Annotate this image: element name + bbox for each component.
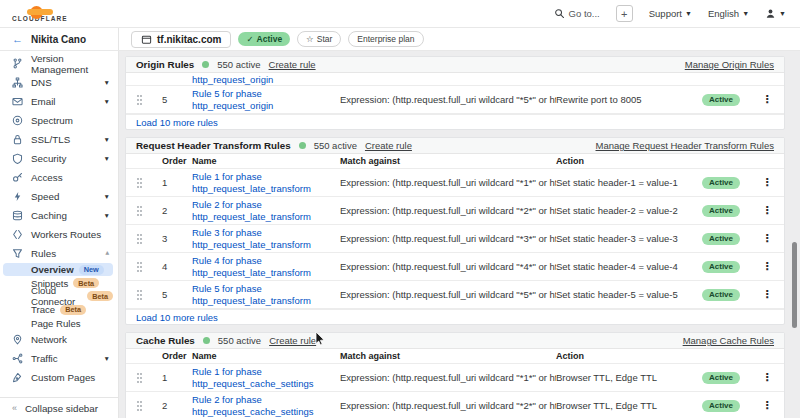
sidebar-item-speed[interactable]: Speed▼ <box>0 187 118 206</box>
section-title: Request Header Transform Rules <box>136 140 291 151</box>
rule-name-link[interactable]: Rule 1 for phasehttp_request_cache_setti… <box>192 366 340 389</box>
drag-handle-icon[interactable] <box>136 289 144 301</box>
sidebar-subitem-overview[interactable]: OverviewNew <box>3 263 113 276</box>
sidebar-item-network[interactable]: Network <box>0 330 118 349</box>
git-branch-icon <box>12 58 23 69</box>
global-search[interactable]: Go to... <box>554 8 600 19</box>
domain-icon <box>141 34 152 45</box>
rule-name-link[interactable]: Rule 4 for phasehttp_request_late_transf… <box>192 255 340 278</box>
chevron-down-icon: ▼ <box>104 136 110 143</box>
domain-selector[interactable]: tf.nikitac.com <box>131 31 231 48</box>
rule-action: Set static header-4 = value-4 <box>556 261 702 272</box>
rule-expression: Expression: (http.request.full_uri wildc… <box>340 400 556 411</box>
sidebar-subitem-cloud-connector[interactable]: Cloud ConnectorBeta <box>3 290 113 303</box>
kebab-menu-icon[interactable]: ⋮ <box>758 176 776 189</box>
chevron-down-icon: ▼ <box>779 10 786 17</box>
kebab-menu-icon[interactable]: ⋮ <box>758 204 776 217</box>
rule-order: 2 <box>162 205 192 216</box>
chevron-up-icon: ▼ <box>104 250 110 257</box>
section-header: Cache Rules550 activeCreate ruleManage C… <box>126 333 784 349</box>
kebab-menu-icon[interactable]: ⋮ <box>758 371 776 384</box>
section-title: Origin Rules <box>136 59 194 70</box>
sidebar-item-rules[interactable]: Rules▼ <box>0 244 118 263</box>
sidebar-item-caching[interactable]: Caching▼ <box>0 206 118 225</box>
manage-rules-link[interactable]: Manage Request Header Transform Rules <box>596 140 774 151</box>
rule-name-link[interactable]: Rule 3 for phasehttp_request_late_transf… <box>192 227 340 250</box>
rule-expression: Expression: (http.request.full_uri wildc… <box>340 94 556 105</box>
rule-status-badge: Active <box>702 233 740 245</box>
sidebar-item-traffic[interactable]: Traffic▼ <box>0 349 118 368</box>
drag-handle-icon[interactable] <box>136 177 144 189</box>
rule-expression: Expression: (http.request.full_uri wildc… <box>340 289 556 300</box>
sidebar-item-ssl-tls[interactable]: SSL/TLS▼ <box>0 130 118 149</box>
kebab-menu-icon[interactable]: ⋮ <box>758 288 776 301</box>
kebab-menu-icon[interactable]: ⋮ <box>758 232 776 245</box>
cloudflare-logo[interactable]: CLOUDFLARE <box>12 6 68 23</box>
shield-icon <box>12 153 23 164</box>
support-menu[interactable]: Support ▼ <box>649 8 692 19</box>
load-more-link[interactable]: Load 10 more rules <box>136 312 218 323</box>
star-button[interactable]: ☆ Star <box>297 31 341 47</box>
rule-name-link[interactable]: Rule 5 for phasehttp_request_late_transf… <box>192 283 340 306</box>
table-row: 4Rule 4 for phasehttp_request_late_trans… <box>126 253 784 281</box>
chevron-down-icon: ▼ <box>104 155 110 162</box>
create-rule-link[interactable]: Create rule <box>269 335 316 346</box>
main-content: Origin Rules550 activeCreate ruleManage … <box>119 51 800 418</box>
kebab-menu-icon[interactable]: ⋮ <box>758 399 776 412</box>
table-column-headers: OrderNameMatch againstAction <box>126 349 784 364</box>
active-dot-icon <box>202 61 209 68</box>
sidebar-item-custom-pages[interactable]: Custom Pages <box>0 368 118 387</box>
section-cache-rules: Cache Rules550 activeCreate ruleManage C… <box>125 332 785 418</box>
rule-status-badge: Active <box>702 261 740 273</box>
collapse-sidebar-button[interactable]: « Collapse sidebar <box>0 397 118 418</box>
beta-badge: Beta <box>60 305 86 315</box>
account-name: Nikita Cano <box>31 34 86 45</box>
table-row: 2Rule 2 for phasehttp_request_cache_sett… <box>126 392 784 418</box>
sidebar-item-email[interactable]: Email▼ <box>0 92 118 111</box>
sidebar-item-security[interactable]: Security▼ <box>0 149 118 168</box>
create-rule-link[interactable]: Create rule <box>269 59 316 70</box>
manage-rules-link[interactable]: Manage Origin Rules <box>685 59 774 70</box>
create-rule-link[interactable]: Create rule <box>365 140 412 151</box>
top-nav: CLOUDFLARE Go to... + Support ▼ English … <box>0 0 800 28</box>
scrollbar-thumb[interactable] <box>792 242 797 328</box>
table-column-headers: OrderNameMatch againstAction <box>126 154 784 169</box>
sidebar-item-version-management[interactable]: Version Management <box>0 54 118 73</box>
active-count: 550 active <box>217 59 260 70</box>
sidebar-item-workers-routes[interactable]: Workers Routes <box>0 225 118 244</box>
language-menu[interactable]: English ▼ <box>708 8 749 19</box>
drag-handle-icon[interactable] <box>136 94 144 106</box>
rule-name-link[interactable]: Rule 2 for phasehttp_request_cache_setti… <box>192 394 340 417</box>
rule-expression: Expression: (http.request.full_uri wildc… <box>340 205 556 216</box>
sub-header: ← Nikita Cano tf.nikitac.com ✓ Active ☆ … <box>0 28 800 51</box>
rule-expression: Expression: (http.request.full_uri wildc… <box>340 372 556 383</box>
rule-expression: Expression: (http.request.full_uri wildc… <box>340 233 556 244</box>
rule-status-badge: Active <box>702 177 740 189</box>
rule-name-link[interactable]: Rule 1 for phasehttp_request_late_transf… <box>192 171 340 194</box>
sidebar-item-dns[interactable]: DNS▼ <box>0 73 118 92</box>
sidebar-item-spectrum[interactable]: Spectrum <box>0 111 118 130</box>
rule-expression: Expression: (http.request.full_uri wildc… <box>340 261 556 272</box>
back-arrow-icon[interactable]: ← <box>12 33 23 45</box>
load-more-link[interactable]: Load 10 more rules <box>136 117 218 128</box>
drag-handle-icon[interactable] <box>136 205 144 217</box>
rule-name-link[interactable]: Rule 2 for phasehttp_request_late_transf… <box>192 199 340 222</box>
rule-name-link[interactable]: Rule 5 for phasehttp_request_origin <box>192 88 340 111</box>
user-menu[interactable]: ▼ <box>765 8 786 19</box>
manage-rules-link[interactable]: Manage Cache Rules <box>683 335 774 346</box>
table-row: 5Rule 5 for phasehttp_request_late_trans… <box>126 281 784 309</box>
sidebar-item-access[interactable]: Access <box>0 168 118 187</box>
kebab-menu-icon[interactable]: ⋮ <box>758 260 776 273</box>
chevron-down-icon: ▼ <box>104 79 110 86</box>
add-button[interactable]: + <box>616 5 633 22</box>
drag-handle-icon[interactable] <box>136 400 144 412</box>
kebab-menu-icon[interactable]: ⋮ <box>758 93 776 106</box>
drag-handle-icon[interactable] <box>136 261 144 273</box>
drag-handle-icon[interactable] <box>136 372 144 384</box>
workers-icon <box>12 229 23 240</box>
drag-handle-icon[interactable] <box>136 233 144 245</box>
section-origin-rules: Origin Rules550 activeCreate ruleManage … <box>125 56 785 130</box>
sidebar: Version ManagementDNS▼Email▼SpectrumSSL/… <box>0 51 119 418</box>
rule-action: Rewrite port to 8005 <box>556 94 702 105</box>
sidebar-subitem-page-rules[interactable]: Page Rules <box>3 317 113 330</box>
